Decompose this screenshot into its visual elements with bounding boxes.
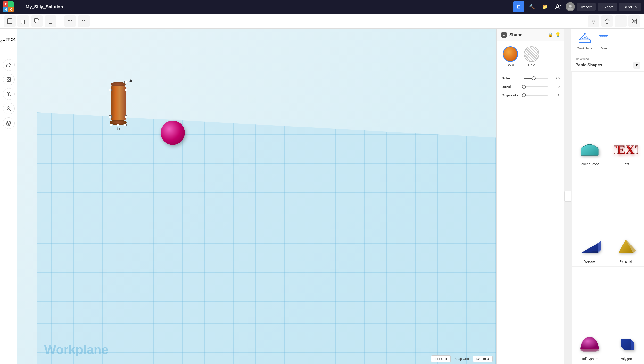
shape-card-wedge[interactable]: Wedge <box>571 169 608 266</box>
fit-btn[interactable] <box>3 74 15 85</box>
import-btn[interactable]: Import <box>577 3 596 11</box>
snap-grid-value[interactable]: 1.0 mm ▲ <box>473 356 493 362</box>
toolbar <box>0 14 644 28</box>
hole-label: Hole <box>528 63 535 67</box>
undo-btn[interactable] <box>64 15 76 27</box>
send-to-btn[interactable]: Send To <box>619 3 641 11</box>
home-btn[interactable] <box>3 59 15 71</box>
user-avatar[interactable] <box>566 2 575 12</box>
cylinder-top <box>111 82 126 87</box>
list-icon: ☰ <box>18 4 22 10</box>
logo[interactable]: T I N K <box>3 2 14 12</box>
svg-point-14 <box>592 20 594 22</box>
grid-view-btn[interactable]: ⊞ <box>513 1 524 12</box>
svg-rect-9 <box>49 20 52 24</box>
view-cube-front[interactable]: FRONT <box>6 38 19 47</box>
sides-label: Sides <box>502 76 521 80</box>
rotate-handle[interactable]: ↻ <box>116 126 120 132</box>
shape-card-halfsphere[interactable]: Half Sphere <box>571 266 608 364</box>
topbar-right: ⊞ 🔨 📁 Import Export Send To <box>513 1 641 12</box>
shapes-tools: Workplane Ruler <box>571 28 644 54</box>
handle-left-bottom[interactable] <box>109 115 112 118</box>
handle-bottom-right[interactable] <box>124 124 127 126</box>
align-btn[interactable] <box>615 15 626 27</box>
nav-buttons <box>3 58 15 129</box>
segments-thumb[interactable] <box>522 93 526 97</box>
handle-bottom-center[interactable] <box>117 124 119 126</box>
move-arrow[interactable]: ▲ <box>128 77 134 84</box>
hole-circle <box>524 46 539 62</box>
shape-panel-header: ▲ Shape 🔒 💡 <box>497 28 564 42</box>
delete-btn[interactable] <box>45 15 56 27</box>
shapes-dropdown-btn[interactable]: ▼ <box>633 62 640 68</box>
sliders-section: Sides 20 Bevel 0 Segments <box>497 72 564 106</box>
shape-card-text[interactable]: TEXT Text <box>608 72 644 169</box>
edit-grid-btn[interactable]: Edit Grid <box>431 355 451 362</box>
shape-card-polygon[interactable]: Polygon <box>608 266 644 364</box>
panel-lock-icon[interactable]: 🔒 <box>548 32 553 38</box>
bevel-slider[interactable] <box>524 86 548 87</box>
text-name: Text <box>623 162 629 166</box>
redo-btn[interactable] <box>78 15 90 27</box>
handle-right-top[interactable] <box>125 89 127 91</box>
bevel-row: Bevel 0 <box>502 84 560 89</box>
cylinder-object[interactable]: ↻ <box>110 82 127 132</box>
panel-light-icon[interactable]: 💡 <box>555 32 560 38</box>
sides-thumb[interactable] <box>532 76 536 80</box>
handle-top[interactable] <box>124 81 127 83</box>
bevel-value: 0 <box>551 84 560 89</box>
workplane-tool[interactable]: Workplane <box>577 32 592 50</box>
select-btn[interactable] <box>601 15 613 27</box>
svg-marker-41 <box>579 37 590 40</box>
hole-option[interactable]: Hole <box>524 46 539 67</box>
handle-bottom-left[interactable] <box>110 124 112 126</box>
zoom-out-btn[interactable] <box>3 103 15 114</box>
logo-k: K <box>8 7 14 12</box>
bevel-thumb[interactable] <box>522 85 526 89</box>
add-user-btn[interactable] <box>553 1 564 12</box>
halfsphere-thumb <box>577 333 602 355</box>
svg-point-3 <box>569 4 572 8</box>
mirror-btn[interactable] <box>628 15 640 27</box>
svg-rect-4 <box>7 19 12 24</box>
snap-grid-arrow: ▲ <box>487 357 490 360</box>
project-title[interactable]: My_Silly_Solution <box>26 4 510 10</box>
halfsphere-name: Half Sphere <box>581 357 599 361</box>
svg-marker-62 <box>621 339 631 350</box>
zoom-in-btn[interactable] <box>3 88 15 100</box>
paste-btn[interactable] <box>18 15 29 27</box>
ruler-icon <box>598 32 609 45</box>
shape-panel-collapse-btn[interactable]: ▲ <box>501 32 507 38</box>
round-roof-thumb <box>577 138 602 160</box>
export-btn[interactable]: Export <box>598 3 617 11</box>
panel-collapse-btn[interactable]: › <box>564 191 571 202</box>
shapes-category-row: Basic Shapes ▼ <box>575 62 640 68</box>
light-btn[interactable] <box>588 15 599 27</box>
layers-btn[interactable] <box>3 117 15 129</box>
shape-card-pyramid[interactable]: Pyramid <box>608 169 644 266</box>
sphere-object[interactable] <box>161 121 185 145</box>
workplane-label: Workplane <box>577 46 592 50</box>
svg-point-59 <box>580 348 599 352</box>
pyramid-name: Pyramid <box>620 260 632 264</box>
shape-card-round-roof[interactable]: Round Roof <box>571 72 608 169</box>
canvas-area[interactable]: Workplane ▲ <box>18 28 497 364</box>
handle-left-top[interactable] <box>109 89 112 91</box>
shapes-library: Workplane Ruler <box>571 28 644 364</box>
polygon-name: Polygon <box>620 357 632 361</box>
handle-right-bottom[interactable] <box>125 115 127 118</box>
solid-label: Solid <box>506 63 514 67</box>
build-btn[interactable]: 🔨 <box>526 1 537 12</box>
solid-option[interactable]: Solid <box>503 46 518 67</box>
sides-slider[interactable] <box>524 78 548 79</box>
snap-grid-label: Snap Grid <box>455 357 469 360</box>
sides-value: 20 <box>551 76 560 80</box>
main: TOP FRONT <box>0 28 644 364</box>
duplicate-btn[interactable] <box>31 15 43 27</box>
view-cube[interactable]: TOP FRONT <box>0 32 20 53</box>
new-shape-btn[interactable] <box>4 15 16 27</box>
ruler-tool[interactable]: Ruler <box>598 32 609 50</box>
shape-panel: ▲ Shape 🔒 💡 Solid Hole Sides <box>497 28 564 364</box>
segments-slider[interactable] <box>524 95 548 96</box>
folder-btn[interactable]: 📁 <box>539 1 551 12</box>
